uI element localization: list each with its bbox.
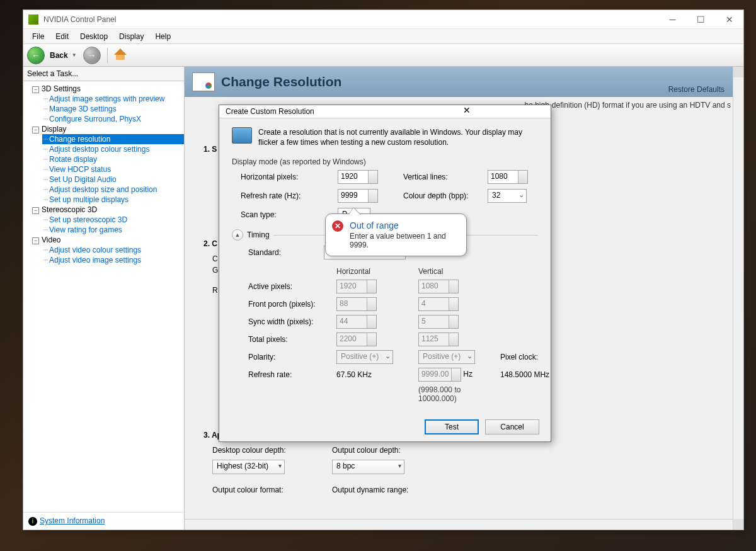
validation-tooltip: ✕ Out of range Enter a value between 1 a… [325, 213, 467, 256]
refresh-rate-input[interactable]: 9999▲▼ [338, 189, 378, 203]
vertical-scrollbar[interactable] [733, 67, 743, 530]
front-porch-label: Front porch (pixels): [248, 300, 330, 309]
colour-depth-select[interactable]: 32 [488, 189, 527, 203]
tree-toggle[interactable]: − [32, 237, 39, 244]
tree-toggle[interactable]: − [32, 86, 39, 93]
sidebar-item[interactable]: View rating for games [42, 225, 184, 235]
tooltip-title: Out of range [350, 220, 459, 230]
create-custom-resolution-dialog: Create Custom Resolution ✕ Create a reso… [219, 105, 551, 442]
maximize-button[interactable]: ☐ [687, 10, 715, 28]
sidebar-item[interactable]: Set Up Digital Audio [42, 174, 184, 185]
test-button[interactable]: Test [425, 419, 479, 435]
sync-width-label: Sync width (pixels): [248, 317, 330, 326]
home-icon[interactable] [114, 50, 127, 61]
dialog-info-text: Create a resolution that is not currentl… [258, 127, 538, 147]
horizontal-scrollbar[interactable] [185, 519, 733, 530]
total-h-input: 2200▲▼ [336, 332, 377, 346]
vertical-lines-input[interactable]: 1080▲▼ [488, 170, 528, 184]
refresh-label: Refresh rate (Hz): [241, 191, 329, 200]
sidebar-item[interactable]: Rotate display [42, 154, 184, 164]
front-h-input: 88▲▼ [336, 297, 377, 311]
sidebar-item[interactable]: Configure Surround, PhysX [42, 114, 184, 124]
refresh-v-input: 9999.00▲▼ [418, 368, 461, 382]
sidebar-item[interactable]: Adjust image settings with preview [42, 94, 184, 104]
total-pixels-label: Total pixels: [248, 335, 330, 344]
tree-category-3d: 3D Settings [42, 84, 81, 93]
sidebar-item[interactable]: Set up stereoscopic 3D [42, 215, 184, 225]
timing-collapse-button[interactable]: ▲ [232, 229, 243, 241]
tree-category-stereo: Stereoscopic 3D [42, 205, 97, 214]
sidebar-item-change-resolution[interactable]: Change resolution [42, 134, 184, 144]
sidebar-header: Select a Task... [23, 67, 184, 81]
sidebar-item[interactable]: Adjust desktop size and position [42, 185, 184, 195]
minimize-button[interactable]: ─ [658, 10, 687, 28]
tooltip-message: Enter a value between 1 and 9999. [350, 232, 459, 249]
nvidia-icon [28, 14, 38, 25]
refresh-range: (9998.000 to 10000.000) [418, 385, 494, 403]
front-v-input: 4▲▼ [418, 297, 459, 311]
cancel-button[interactable]: Cancel [485, 419, 539, 435]
pixel-clock-label: Pixel clock: [500, 353, 538, 361]
desktop-depth-select[interactable]: Highest (32-bit) [212, 460, 285, 474]
output-depth-select[interactable]: 8 bpc [332, 460, 404, 474]
sidebar-item[interactable]: Adjust video colour settings [42, 245, 184, 255]
timing-label: Timing [247, 230, 270, 239]
output-range-label: Output dynamic range: [332, 486, 452, 494]
sync-v-input: 5▲▼ [418, 315, 459, 329]
polarity-label: Polarity: [248, 353, 330, 361]
menu-help[interactable]: Help [150, 30, 176, 43]
polarity-v-select: Positive (+) [418, 350, 475, 364]
refresh-h-value: 67.50 KHz [336, 370, 412, 379]
polarity-h-select: Positive (+) [336, 350, 393, 364]
error-icon: ✕ [332, 220, 343, 232]
window-title: NVIDIA Control Panel [43, 15, 658, 24]
menu-desktop[interactable]: Desktop [75, 30, 113, 43]
back-label: Back [50, 51, 68, 60]
display-mode-label: Display mode (as reported by Windows) [232, 157, 538, 166]
restore-defaults-link[interactable]: Restore Defaults [668, 85, 724, 94]
active-h-input: 1920▲▼ [336, 280, 377, 293]
pixel-clock-value: 148.5000 MHz [500, 370, 570, 379]
dialog-titlebar[interactable]: Create Custom Resolution ✕ [219, 105, 551, 118]
tree-toggle[interactable]: − [32, 207, 39, 214]
task-sidebar: Select a Task... −3D Settings Adjust ima… [23, 67, 185, 530]
menu-display[interactable]: Display [114, 30, 149, 43]
refresh-rate-label: Refresh rate: [248, 370, 330, 379]
sync-h-input: 44▲▼ [336, 315, 377, 329]
info-icon: i [28, 517, 37, 526]
forward-button[interactable] [83, 47, 101, 64]
menu-file[interactable]: File [27, 30, 49, 43]
vlines-label: Vertical lines: [403, 173, 479, 181]
active-v-input: 1080▲▼ [418, 280, 459, 293]
back-history-dropdown[interactable]: ▼ [72, 52, 77, 58]
output-depth-label: Output colour depth: [332, 446, 452, 455]
horizontal-pixels-input[interactable]: 1920▲▼ [338, 170, 378, 184]
menubar: File Edit Desktop Display Help [23, 29, 743, 44]
col-horizontal: Horizontal [336, 267, 412, 276]
sidebar-item[interactable]: Adjust video image settings [42, 255, 184, 265]
output-format-label: Output colour format: [212, 486, 332, 494]
page-title: Change Resolution [221, 74, 341, 89]
active-pixels-label: Active pixels: [248, 282, 330, 291]
titlebar[interactable]: NVIDIA Control Panel ─ ☐ ✕ [23, 10, 743, 29]
scan-label: Scan type: [241, 210, 329, 219]
system-information-link[interactable]: iSystem Information [23, 512, 184, 530]
back-button[interactable] [27, 47, 45, 64]
col-vertical: Vertical [418, 267, 494, 276]
sidebar-item[interactable]: Manage 3D settings [42, 104, 184, 114]
close-button[interactable]: ✕ [715, 10, 743, 28]
menu-edit[interactable]: Edit [50, 30, 74, 43]
sidebar-item[interactable]: Adjust desktop colour settings [42, 144, 184, 154]
toolbar: Back ▼ [23, 44, 743, 67]
tree-toggle[interactable]: − [32, 127, 39, 133]
toolbar-separator [107, 48, 108, 63]
task-tree: −3D Settings Adjust image settings with … [23, 81, 184, 512]
dialog-title: Create Custom Resolution [226, 107, 386, 116]
monitor-icon [232, 127, 252, 144]
dialog-close-button[interactable]: ✕ [386, 105, 547, 118]
sidebar-item[interactable]: Set up multiple displays [42, 195, 184, 205]
total-v-input: 1125▲▼ [418, 332, 459, 346]
sidebar-item[interactable]: View HDCP status [42, 164, 184, 174]
display-icon [192, 72, 215, 91]
desktop-depth-label: Desktop colour depth: [212, 446, 332, 455]
